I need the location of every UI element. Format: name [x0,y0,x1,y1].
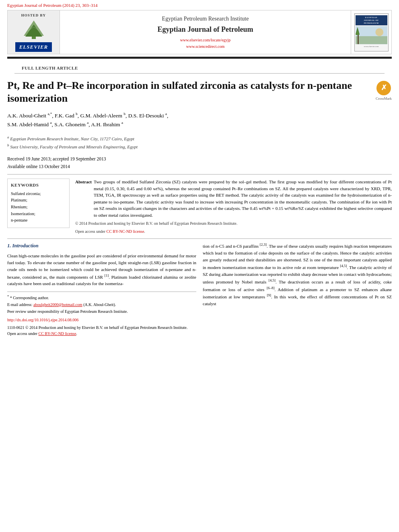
crossmark-section[interactable]: ✗ CrossMark [376,81,392,101]
journal-name-header: Egyptian Journal of Petroleum [157,25,253,35]
divider-before-abstract [7,174,392,175]
main-content-area: KEYWORDS Sulfated zirconia; Platinum; Rh… [0,177,399,234]
received-date: Received 19 June 2013; accepted 19 Septe… [7,155,392,162]
keywords-title: KEYWORDS [11,182,66,188]
abstract-label: Abstract [75,179,92,218]
keywords-column: KEYWORDS Sulfated zirconia; Platinum; Rh… [7,179,70,228]
divider-after-abstract [7,238,392,239]
open-access-footer: Open access under CC BY-NC-ND license. [7,331,196,337]
article-title-section: Pt, Re and Pt–Re incorporation in sulfat… [0,74,399,109]
affiliations-section: a Egyptian Petroleum Research Institute,… [0,130,399,152]
article-type-label: FULL LENGTH ARTICLE [14,62,385,73]
journal-citation: Egyptian Journal of Petroleum (2014) 23,… [7,3,98,8]
svg-point-7 [375,28,383,36]
elsevier-wordmark: ELSEVIER [15,42,52,52]
intro-heading: 1. Introduction [7,242,196,250]
journal-urls: www.elsevier.com/locate/egyjp www.scienc… [180,37,230,50]
cc-link[interactable]: CC BY-NC-ND license [106,229,144,234]
cover-image [356,26,387,44]
header-left: HOSTED BY ELSEVIER [8,10,60,54]
available-date: Available online 13 October 2014 [7,163,392,170]
abstract-column: Abstract Two groups of modified Sulfated… [75,179,392,234]
url1[interactable]: www.elsevier.com/locate/egyjp [180,37,230,43]
doi-link[interactable]: http://dx.doi.org/10.1016/j.ejpe.2014.08… [7,318,78,322]
cover-footer: www.elsevier.com [364,45,379,48]
journal-link-bar: Egyptian Journal of Petroleum (2014) 23,… [0,0,399,10]
keyword-3: Rhenium; [11,204,66,210]
url2[interactable]: www.sciencedirect.com [180,43,230,50]
dates-section: Received 19 June 2013; accepted 19 Septe… [0,152,399,172]
hosted-by-label: HOSTED BY [21,13,46,18]
cover-header-text: EGYPTIANJOURNAL OFPETROLEUM [356,15,387,25]
peer-review-note: Peer review under responsibility of Egyp… [7,308,196,314]
intro-para2: tion of n-C5 and n-C6 paraffins [2,3]. T… [203,242,392,307]
crossmark-icon: ✗ [376,81,391,95]
abstract-footer1: © 2014 Production and hosting by Elsevie… [75,220,392,226]
institute-name: Egyptian Petroleum Research Institute [162,15,249,23]
header-right: EGYPTIANJOURNAL OFPETROLEUM www.elsevier… [351,10,391,54]
footnotes-area: * * Corresponding author. E-mail address… [7,292,196,337]
page: Egyptian Journal of Petroleum (2014) 23,… [0,0,399,337]
header-center: Egyptian Petroleum Research Institute Eg… [60,10,351,54]
affiliation-b: b Suez University, Faculty of Petroleum … [7,142,392,150]
authors-line1: A.K. Aboul-Gheit a,*, F.K. Gad b, G.M. A… [7,111,392,120]
email-note: E-mail address: aboulgheit2000@hotmail.c… [7,302,196,308]
article-type-section: FULL LENGTH ARTICLE [0,59,399,73]
email-label: E-mail address: [7,302,32,307]
crossmark-label: CrossMark [376,96,392,101]
svg-rect-6 [356,36,387,44]
email-link[interactable]: aboulgheit2000@hotmail.com [33,302,82,307]
abstract-row: Abstract Two groups of modified Sulfated… [75,179,392,218]
open-access-link[interactable]: CC BY-NC-ND license [38,331,76,336]
authors-line2: S.M. Abdel-Hamid a, S.A. Ghoneim a, A.H.… [7,120,392,129]
issn-line: 1110-0621 © 2014 Production and hosting … [7,325,196,331]
abstract-footer2: Open access under CC BY-NC-ND license. [75,228,392,234]
body-left-col: 1. Introduction Clean high-octane molecu… [7,242,196,337]
keyword-4: Isomerization; [11,211,66,217]
article-title: Pt, Re and Pt–Re incorporation in sulfat… [7,79,372,105]
elsevier-tree-logo [18,20,50,40]
journal-cover: EGYPTIANJOURNAL OFPETROLEUM www.elsevier… [354,13,389,51]
keyword-1: Sulfated zirconia; [11,191,66,197]
email-author: (A.K. Aboul-Gheit). [83,302,116,307]
affiliation-a: a Egyptian Petroleum Research Institute,… [7,134,392,142]
doi-area: http://dx.doi.org/10.1016/j.ejpe.2014.08… [7,317,196,323]
abstract-text: Two groups of modified Sulfated Zirconia… [94,179,392,218]
corresponding-note: * * Corresponding author. [7,294,196,301]
article-body: 1. Introduction Clean high-octane molecu… [0,242,399,337]
body-right-col: tion of n-C5 and n-C6 paraffins [2,3]. T… [203,242,392,337]
header-banner: HOSTED BY ELSEVIER Egyptian Petroleum Re… [7,10,392,54]
authors-section: A.K. Aboul-Gheit a,*, F.K. Gad b, G.M. A… [0,109,399,130]
keyword-2: Platinum; [11,197,66,203]
keyword-5: n-pentane [11,218,66,224]
intro-para1: Clean high-octane molecules in the gasol… [7,253,196,288]
svg-rect-8 [357,34,358,44]
